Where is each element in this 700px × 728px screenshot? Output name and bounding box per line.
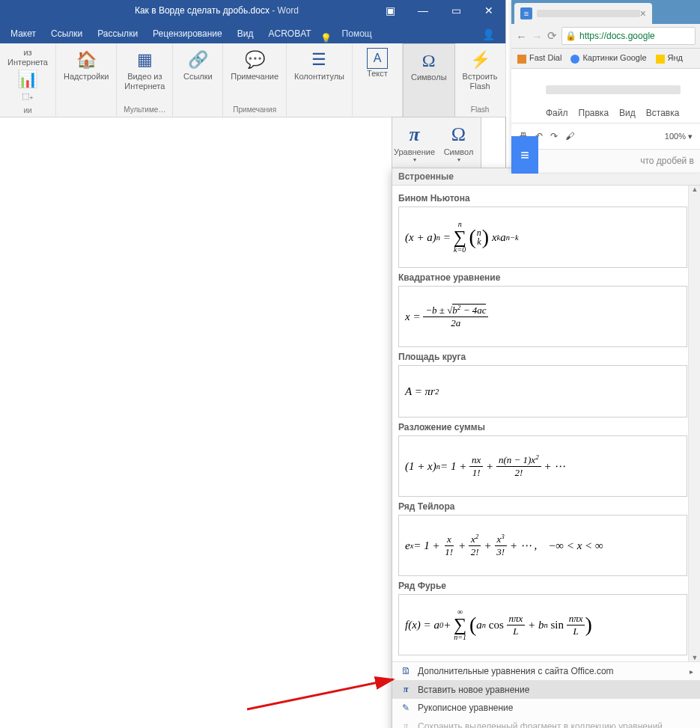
ribbon: из Интернета 📊 ⬚₊ ии 🏠 Надстройки ▦ Ви <box>0 43 505 117</box>
tab-tell-me[interactable]: Помощ <box>336 24 378 43</box>
equation-item-quadratic[interactable]: x = −b ± √b2 − 4ac2a <box>398 286 687 347</box>
docs-app: ≡ Файл Правка Вид Вставка 🖶 ↶ ↷ 🖌 100% ▾… <box>511 69 700 173</box>
ribbon-group-headers: ☰ Колонтитулы <box>287 43 353 117</box>
menu-insert[interactable]: Вставка <box>646 108 680 118</box>
google-icon <box>570 55 579 64</box>
docs-title-placeholder[interactable] <box>546 85 681 94</box>
equation-item-binomial-title: Бином Ньютона <box>398 193 687 204</box>
insert-new-equation-item[interactable]: π Вставить новое уравнение <box>392 680 700 699</box>
menu-file[interactable]: Файл <box>546 108 568 118</box>
tab-mailings[interactable]: Рассылки <box>91 24 144 43</box>
chevron-right-icon: ▸ <box>690 667 693 676</box>
minimize-button[interactable]: — <box>407 0 439 21</box>
group-caption-text <box>356 104 399 115</box>
pen-icon: ✎ <box>400 703 412 713</box>
more-equations-item[interactable]: 🖻 Дополнительные уравнения с сайта Offic… <box>392 662 700 680</box>
equation-gallery: Встроенные ▲ ▼ Бином Ньютона (x + a)n = … <box>392 168 700 728</box>
equation-item-fourier[interactable]: f(x) = a0 + ∞∑n=1 (an cos nπxL + bn sin … <box>398 594 687 655</box>
header-footer-button[interactable]: ☰ Колонтитулы <box>290 45 349 104</box>
ribbon-group-addins: 🏠 Надстройки <box>56 43 117 117</box>
zoom-control[interactable]: 100% ▾ <box>665 132 693 141</box>
comment-icon: 💬 <box>243 48 267 72</box>
equation-item-binomial[interactable]: (x + a)n = n∑k=0 (nk) xkan−k <box>398 207 687 268</box>
link-icon: 🔗 <box>186 48 210 72</box>
bookmark-fastdial[interactable]: Fast Dial <box>517 53 561 63</box>
chrome-tab[interactable]: ≡ × <box>514 3 652 24</box>
addins-button[interactable]: 🏠 Надстройки <box>59 45 113 104</box>
tab-review[interactable]: Рецензирование <box>147 24 228 43</box>
group-caption-addins <box>59 104 113 115</box>
equation-button[interactable]: π Уравнение ▾ <box>392 117 436 168</box>
redo-button[interactable]: ↷ <box>550 131 558 141</box>
tab-close-icon[interactable]: × <box>640 7 646 19</box>
equation-item-circle-area[interactable]: A = πr2 <box>398 365 687 417</box>
symbol-button[interactable]: Ω Символ ▾ <box>436 117 481 168</box>
ribbon-tabs: Макет Ссылки Рассылки Рецензирование Вид… <box>0 21 505 43</box>
lock-icon: 🔒 <box>565 31 576 41</box>
more-equations-label: Дополнительные уравнения с сайта Office.… <box>418 666 614 676</box>
comment-label: Примечание <box>231 72 279 82</box>
equation-item-binomial-expansion[interactable]: (1 + x)n = 1 + nx1! + n(n − 1)x22! + ⋯ <box>398 435 687 497</box>
gallery-footer: 🖻 Дополнительные уравнения с сайта Offic… <box>392 661 700 728</box>
bookmark-google-images[interactable]: Картинки Google <box>570 53 646 63</box>
bookmarks-bar: Fast Dial Картинки Google Янд <box>511 49 700 69</box>
symbols-button[interactable]: Ω Символы <box>407 46 451 104</box>
symbol-label: Символ <box>444 147 474 156</box>
equation-item-taylor-title: Ряд Тейлора <box>398 501 687 512</box>
equation-item-binomial-expansion-title: Разложение суммы <box>398 422 687 432</box>
comment-button[interactable]: 💬 Примечание <box>226 45 283 104</box>
video-icon: ▦ <box>133 48 156 72</box>
bookmark-yandex-label: Янд <box>668 53 683 62</box>
tab-references[interactable]: Ссылки <box>45 24 88 43</box>
ribbon-group-links: 🔗 Ссылки <box>173 43 223 117</box>
equation-item-circle-area-title: Площадь круга <box>398 352 687 362</box>
url-text: https://docs.google <box>579 31 655 41</box>
docs-logo[interactable]: ≡ <box>511 136 538 174</box>
text-button[interactable]: A Текст <box>356 45 399 104</box>
header-footer-icon: ☰ <box>307 48 331 72</box>
scroll-up-icon[interactable]: ▲ <box>692 186 699 193</box>
equation-label: Уравнение <box>394 147 435 156</box>
fastdial-icon <box>517 55 526 64</box>
word-title: Как в Ворде сделать дробь.docx - Word <box>0 5 374 16</box>
flash-label: Встроить Flash <box>463 72 498 91</box>
ribbon-display-options[interactable]: ▣ <box>374 0 407 21</box>
ink-equation-item[interactable]: ✎ Рукописное уравнение <box>392 699 700 717</box>
plus-icon: ⬚₊ <box>22 91 34 101</box>
account-button[interactable]: 👤 <box>476 25 501 43</box>
ribbon-group-comments: 💬 Примечание Примечания <box>223 43 287 117</box>
group-caption-flash: Flash <box>458 104 502 115</box>
close-button[interactable]: ✕ <box>472 0 505 21</box>
url-field[interactable]: 🔒 https://docs.google <box>561 27 696 45</box>
bookmark-yandex[interactable]: Янд <box>656 53 683 63</box>
from-internet-button[interactable]: из Интернета 📊 ⬚₊ <box>3 45 52 105</box>
group-caption-symbols <box>407 104 451 115</box>
tab-layout[interactable]: Макет <box>4 24 42 43</box>
office-icon: 🖻 <box>400 666 412 676</box>
equation-item-taylor[interactable]: ex = 1 + x1! + x22! + x33! + ⋯ , −∞ < x … <box>398 515 687 576</box>
flash-button[interactable]: ⚡ Встроить Flash <box>458 45 502 104</box>
app-name: - Word <box>270 5 299 16</box>
paint-format-button[interactable]: 🖌 <box>565 131 574 141</box>
reload-button[interactable]: ⟳ <box>547 29 557 43</box>
links-button[interactable]: 🔗 Ссылки <box>176 45 219 104</box>
menu-edit[interactable]: Правка <box>579 108 609 118</box>
ribbon-group-flash: ⚡ Встроить Flash Flash <box>455 43 506 117</box>
online-video-button[interactable]: ▦ Видео из Интернета <box>120 45 169 104</box>
tab-acrobat[interactable]: ACROBAT <box>262 24 317 43</box>
maximize-button[interactable]: ▭ <box>439 0 472 21</box>
scroll-down-icon[interactable]: ▼ <box>692 654 699 661</box>
ribbon-group-symbols: Ω Символы <box>403 43 455 117</box>
symbols-label: Символы <box>411 73 447 82</box>
save-equation-label: Сохранить выделенный фрагмент в коллекци… <box>418 721 670 729</box>
back-button[interactable]: ← <box>516 30 527 43</box>
gallery-scrollbar[interactable]: ▲ ▼ <box>688 186 700 661</box>
gallery-body: ▲ ▼ Бином Ньютона (x + a)n = n∑k=0 (nk) … <box>392 186 700 661</box>
zoom-value: 100% <box>665 132 686 141</box>
group-caption-comments: Примечания <box>226 104 283 115</box>
menu-view[interactable]: Вид <box>619 108 636 118</box>
group-caption-headers <box>290 104 349 115</box>
flash-icon: ⚡ <box>468 48 492 72</box>
chart-icon: 📊 <box>16 67 40 91</box>
tab-view[interactable]: Вид <box>231 24 260 43</box>
